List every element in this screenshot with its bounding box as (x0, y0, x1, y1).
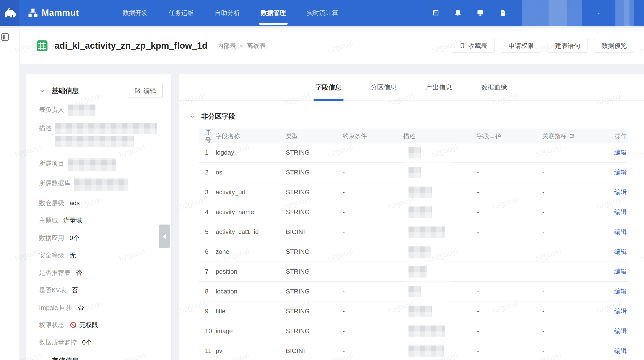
cell-description (403, 306, 477, 317)
chevron-down-icon[interactable] (189, 113, 196, 120)
table-row-11: 11pvBIGINT---编辑 (199, 341, 628, 360)
external-link-icon[interactable] (569, 133, 575, 139)
sidebar-field-12: 权限状态无权限 (39, 320, 164, 330)
edit-field-link[interactable]: 编辑 (614, 347, 627, 355)
sidebar-field-8: 安全等级无 (39, 250, 164, 260)
cell-constraint: - (342, 347, 403, 355)
field-value: 无权限 (70, 320, 98, 330)
redacted-value (74, 178, 128, 191)
nav-item-4[interactable]: 数据管理 (261, 0, 286, 26)
tab-1[interactable]: 字段信息 (316, 74, 342, 101)
username-redacted[interactable] (522, 0, 582, 27)
field-value: 0个 (70, 233, 79, 243)
edit-field-link[interactable]: 编辑 (614, 287, 627, 296)
header-button-3[interactable]: 建表语句 (548, 39, 588, 52)
cell-type: STRING (286, 169, 343, 176)
header-button-2[interactable]: 申请权限 (501, 39, 541, 52)
cell-constraint: - (342, 288, 403, 295)
app-logo[interactable] (0, 0, 20, 26)
cell-metric: - (542, 208, 608, 216)
column-header-label: 约束条件 (342, 132, 367, 140)
cell-constraint: - (342, 327, 403, 335)
edit-button-label: 编辑 (144, 87, 156, 95)
header-buttons: 收藏表申请权限建表语句数据预览 (452, 39, 634, 52)
panel-collapse-handle[interactable] (159, 224, 170, 248)
avatar-redacted[interactable] (616, 0, 634, 27)
field-value: 否 (72, 285, 78, 295)
column-header-label: 类型 (286, 132, 298, 140)
field-value-text: 否 (72, 285, 78, 295)
edit-field-link[interactable]: 编辑 (614, 188, 627, 196)
fields-table: 序号字段名称类型约束条件描述字段口径关联指标操作 1logdaySTRING--… (199, 129, 628, 360)
edit-button[interactable]: 编辑 (128, 84, 162, 98)
field-value: 无 (70, 250, 76, 260)
field-value: 0个 (82, 337, 92, 348)
nav-item-2[interactable]: 任务运维 (169, 0, 194, 26)
chevron-down-icon[interactable] (39, 88, 45, 94)
cell-caliber: - (477, 228, 542, 236)
cell-index: 9 (199, 308, 216, 315)
cell-type: STRING (286, 149, 343, 156)
header-button-label: 申请权限 (508, 42, 534, 50)
edit-field-link[interactable]: 编辑 (614, 228, 627, 236)
field-label: Impala 同步 (39, 302, 72, 313)
sidebar-toggle-icon[interactable] (0, 32, 19, 42)
nav-item-3[interactable]: 自助分析 (215, 0, 240, 26)
edit-field-link[interactable]: 编辑 (614, 327, 627, 335)
sidebar-field-11: Impala 同步否 (39, 302, 164, 313)
sidebar-field-6: 主题域流量域 (39, 215, 164, 225)
cell-type: STRING (286, 288, 343, 295)
tab-4[interactable]: 数据血缘 (481, 74, 507, 101)
cell-field-name: image (216, 327, 286, 335)
edit-field-link[interactable]: 编辑 (614, 208, 627, 216)
field-label: 数仓层级 (39, 198, 64, 208)
brand[interactable]: Mammut (28, 8, 79, 18)
edit-field-link[interactable]: 编辑 (614, 307, 627, 316)
redacted-line (68, 105, 96, 116)
cell-action: 编辑 (608, 208, 628, 216)
sidebar-field-5: 数仓层级ads (39, 198, 164, 208)
edit-field-link[interactable]: 编辑 (614, 168, 627, 177)
cell-action: 编辑 (608, 168, 628, 177)
field-value-text: 无权限 (79, 320, 98, 330)
nav-item-1[interactable]: 数据开发 (122, 0, 148, 26)
redacted-description (408, 147, 420, 159)
edit-field-link[interactable]: 编辑 (614, 148, 627, 157)
column-header-label: 描述 (403, 132, 415, 140)
no-permission-icon (70, 321, 77, 329)
tab-2[interactable]: 分区信息 (371, 74, 397, 101)
field-label: 所属数据库 (39, 178, 70, 188)
bell-icon[interactable] (454, 9, 462, 17)
field-value: 否 (78, 302, 84, 313)
cell-caliber: - (477, 149, 542, 156)
header-button-1[interactable]: 收藏表 (452, 39, 495, 52)
cell-caliber: - (477, 268, 542, 275)
cell-index: 8 (199, 288, 216, 295)
column-header-7: 关联指标 (542, 132, 608, 140)
cell-action: 编辑 (608, 287, 628, 296)
table-row-4: 4activity_nameSTRING---编辑 (199, 202, 628, 222)
edit-field-link[interactable]: 编辑 (614, 267, 627, 276)
app-root: hzguoyihzguoyihzguoyihzguoyihzguoyihzguo… (0, 0, 644, 360)
chevron-down-icon[interactable] (39, 358, 45, 360)
field-value-text: 0个 (82, 337, 92, 348)
import-icon[interactable] (432, 9, 440, 17)
edit-field-link[interactable]: 编辑 (614, 247, 627, 256)
monitor-icon[interactable] (476, 9, 484, 17)
cell-caliber: - (477, 308, 542, 315)
cell-description (403, 325, 477, 337)
header-button-4[interactable]: 数据预览 (594, 39, 634, 52)
document-icon[interactable] (498, 9, 506, 17)
tab-3[interactable]: 产出信息 (426, 74, 452, 101)
nav-item-5[interactable]: 实时流计算 (307, 0, 338, 26)
cell-metric: - (542, 288, 608, 295)
sidebar-field-13: 数据质量监控0个 (39, 337, 164, 348)
chevron-down-icon[interactable]: ⌄ (597, 10, 601, 15)
cell-action: 编辑 (608, 267, 628, 276)
table-row-9: 9titleSTRING---编辑 (199, 301, 628, 321)
cell-action: 编辑 (608, 188, 628, 196)
sidebar-field-7: 数据应用0个 (39, 233, 164, 243)
cell-metric: - (542, 308, 608, 315)
column-header-1: 序号 (199, 128, 216, 144)
field-label: 安全等级 (39, 250, 64, 260)
